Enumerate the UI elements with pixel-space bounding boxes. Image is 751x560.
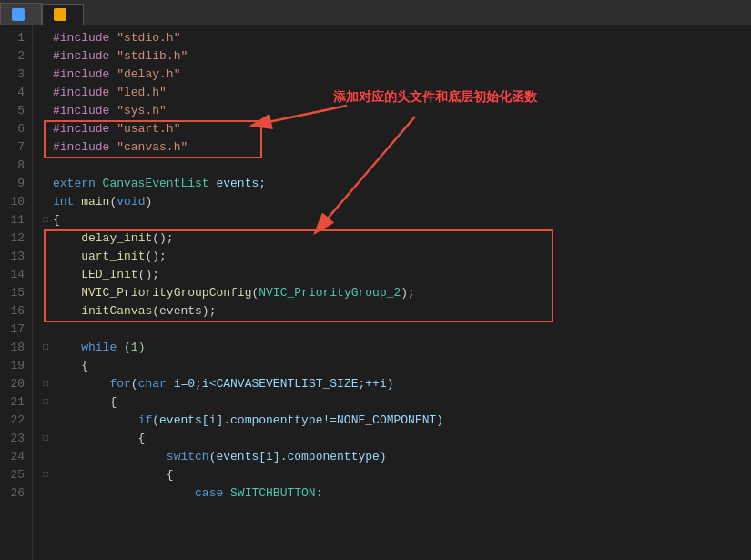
code-line-3: #include "delay.h" [40, 66, 744, 84]
code-line-18: □ while (1) [40, 339, 744, 357]
token [53, 284, 81, 302]
token: switch [167, 448, 209, 466]
token: (); [138, 266, 159, 284]
line-number-21: 21 [7, 393, 25, 412]
fold-icon-25[interactable]: □ [40, 470, 51, 481]
fold-icon-21[interactable]: □ [40, 397, 51, 408]
token [53, 302, 81, 321]
line-number-8: 8 [7, 157, 25, 175]
token: #include [53, 66, 117, 84]
code-line-19: { [40, 357, 744, 375]
token: "led.h" [117, 84, 167, 102]
token: case [195, 484, 230, 503]
token: extern [53, 175, 103, 193]
token: NVIC_PriorityGroupConfig [81, 284, 251, 302]
line-number-9: 9 [7, 175, 25, 193]
token: (events); [152, 302, 216, 321]
code-content[interactable]: #include "stdio.h"#include "stdlib.h"#in… [33, 25, 751, 560]
token: { [53, 466, 174, 484]
token: ( [109, 193, 117, 211]
token: { [53, 393, 117, 412]
code-area: 1234567891011121314151617181920212223242… [0, 25, 751, 560]
token: #include [53, 120, 117, 138]
line-number-24: 24 [7, 448, 25, 466]
token: ( [131, 375, 138, 393]
token: ( [251, 284, 259, 302]
line-number-3: 3 [7, 66, 25, 84]
token [53, 375, 109, 393]
code-line-14: LED_Init(); [40, 266, 744, 284]
token: uart_init [81, 248, 145, 266]
token [53, 448, 167, 466]
token: char [138, 375, 174, 393]
fold-icon-18[interactable]: □ [40, 342, 51, 353]
token: "sys.h" [117, 102, 167, 120]
code-line-16: initCanvas(events); [40, 302, 744, 321]
code-line-6: #include "usart.h" [40, 120, 744, 138]
line-numbers: 1234567891011121314151617181920212223242… [0, 25, 33, 560]
code-line-17 [40, 321, 744, 339]
tab-canvas-c[interactable] [42, 4, 84, 25]
token: "stdio.h" [117, 29, 180, 47]
line-number-22: 22 [7, 412, 25, 430]
token: #include [53, 29, 117, 47]
token: (); [152, 229, 173, 248]
token: LED_Init [81, 266, 137, 284]
token: NVIC_PriorityGroup_2 [259, 284, 401, 302]
code-line-21: □ { [40, 393, 744, 412]
token: #include [53, 47, 117, 66]
line-number-12: 12 [7, 229, 25, 248]
token: int [53, 193, 81, 211]
code-line-22: if(events[i].componenttype!=NONE_COMPONE… [40, 412, 744, 430]
fold-icon-11[interactable]: □ [40, 215, 51, 226]
code-line-7: #include "canvas.h" [40, 138, 744, 157]
token: ) [145, 193, 152, 211]
line-number-14: 14 [7, 266, 25, 284]
token: while [81, 339, 124, 357]
code-line-23: □ { [40, 430, 744, 448]
line-number-5: 5 [7, 102, 25, 120]
line-number-18: 18 [7, 339, 25, 357]
token: if [138, 412, 153, 430]
token: (1) [124, 339, 145, 357]
file-icon-main [12, 8, 25, 21]
token [53, 412, 138, 430]
code-line-26: case SWITCHBUTTON: [40, 484, 744, 503]
token: i=0;i<CANVASEVENTLIST_SIZE;++i) [174, 375, 394, 393]
code-line-25: □ { [40, 466, 744, 484]
token: initCanvas [81, 302, 152, 321]
token: events; [216, 175, 266, 193]
token: { [53, 211, 60, 229]
code-line-10: int main(void) [40, 193, 744, 211]
line-number-16: 16 [7, 302, 25, 321]
tab-main-c[interactable] [0, 3, 42, 25]
token [53, 266, 81, 284]
token: "stdlib.h" [117, 47, 188, 66]
token: ); [401, 284, 415, 302]
token: SWITCHBUTTON: [230, 484, 322, 503]
token: "delay.h" [117, 66, 180, 84]
token: #include [53, 102, 117, 120]
line-number-2: 2 [7, 47, 25, 66]
line-number-4: 4 [7, 84, 25, 102]
tab-bar [0, 0, 751, 25]
token [53, 339, 81, 357]
line-number-20: 20 [7, 375, 25, 393]
token: delay_init [81, 229, 152, 248]
token: "canvas.h" [117, 138, 188, 157]
annotation-text: 添加对应的头文件和底层初始化函数 [333, 87, 537, 106]
token: #include [53, 84, 117, 102]
code-line-2: #include "stdlib.h" [40, 47, 744, 66]
fold-icon-23[interactable]: □ [40, 433, 51, 444]
token [53, 484, 195, 503]
token: void [117, 193, 145, 211]
code-line-9: extern CanvasEventList events; [40, 175, 744, 193]
line-number-13: 13 [7, 248, 25, 266]
token: main [81, 193, 109, 211]
code-line-15: NVIC_PriorityGroupConfig(NVIC_PriorityGr… [40, 284, 744, 302]
line-number-17: 17 [7, 321, 25, 339]
fold-icon-20[interactable]: □ [40, 379, 51, 390]
token [53, 248, 81, 266]
code-line-13: uart_init(); [40, 248, 744, 266]
token: (events[i].componenttype) [209, 448, 387, 466]
